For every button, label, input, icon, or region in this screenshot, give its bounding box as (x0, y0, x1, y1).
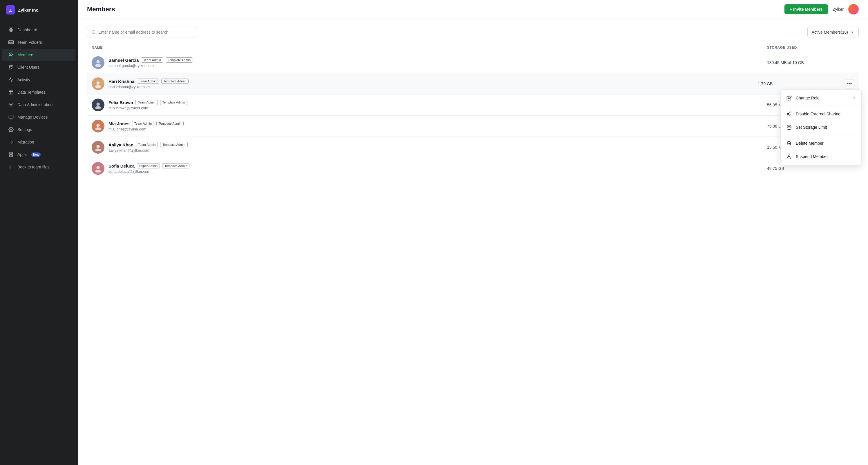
disable-external-sharing-label: Disable External Sharing (796, 111, 840, 116)
sidebar-item-dashboard[interactable]: Dashboard (2, 24, 75, 36)
suspend-member-menu-item[interactable]: Suspend Member (781, 150, 861, 163)
svg-point-26 (92, 30, 95, 34)
sidebar-item-data-templates[interactable]: Data Templates (2, 86, 75, 98)
sidebar-item-migration[interactable]: Migration (2, 136, 75, 148)
member-avatar (92, 141, 104, 154)
svg-point-8 (11, 65, 13, 67)
disable-external-sharing-menu-item[interactable]: Disable External Sharing (781, 107, 861, 121)
sidebar-item-label: Back to team files (18, 165, 50, 169)
filter-button[interactable]: Active Members(18) (807, 27, 859, 37)
sidebar-item-settings[interactable]: Settings (2, 124, 75, 136)
member-email: samuel.garcia@zylker.com (108, 64, 767, 68)
member-name: Mia Jones (108, 121, 130, 126)
search-icon (91, 30, 96, 34)
manage-devices-icon (8, 114, 14, 120)
avatar-image (848, 4, 859, 14)
logo-icon: Z (6, 5, 15, 14)
svg-rect-2 (11, 30, 13, 32)
dashboard-icon (8, 27, 14, 33)
svg-point-28 (96, 60, 99, 64)
member-badge: Team Admin (135, 100, 158, 105)
sidebar-item-apps[interactable]: Apps New (2, 148, 75, 161)
svg-rect-6 (9, 65, 10, 67)
member-badge: Template Admin (166, 57, 193, 63)
member-email: hari.krishna@zylker.com (108, 85, 758, 89)
table-row: Hari Krishna Team Admin Template Admin h… (87, 73, 859, 94)
suspend-icon (786, 153, 792, 160)
svg-rect-3 (9, 30, 10, 32)
sidebar-item-members[interactable]: Members (2, 49, 75, 61)
member-badge: Template Admin (160, 100, 187, 105)
member-info: Sofia Deluca Super Admin Template Admin … (108, 163, 767, 174)
member-avatar (92, 162, 104, 175)
sidebar-item-back-to-team-files[interactable]: Back to team files (2, 161, 75, 173)
svg-point-48 (95, 170, 101, 172)
svg-point-24 (11, 156, 11, 157)
content-area: Active Members(18) NAME STORAGE USED Sam… (78, 19, 868, 465)
change-role-menu-item[interactable]: Change Role (781, 91, 861, 105)
set-storage-limit-menu-item[interactable]: Set Storage Limit (781, 121, 861, 134)
search-input[interactable] (98, 30, 193, 34)
page-title: Members (87, 5, 115, 13)
member-name: Aaliya Khan (108, 142, 133, 147)
member-badge: Template Admin (162, 163, 189, 168)
member-email: aaliya.khan@zylker.com (108, 148, 767, 153)
topbar-right: + Invite Members Zylker (784, 4, 859, 14)
table-row: Sofia Deluca Super Admin Template Admin … (87, 158, 859, 179)
svg-point-41 (96, 103, 99, 106)
new-badge: New (31, 153, 41, 157)
migration-icon (8, 139, 14, 145)
invite-members-button[interactable]: + Invite Members (784, 4, 828, 14)
sharing-icon (786, 111, 792, 117)
member-badge: Template Admin (156, 121, 184, 126)
svg-point-34 (790, 115, 791, 116)
avatar (848, 4, 859, 14)
svg-point-18 (11, 153, 11, 153)
context-menu: Change Role Disable External Sharing (780, 89, 862, 165)
member-email: mia.jones@zylker.com (108, 127, 767, 131)
apps-icon (8, 152, 14, 158)
sidebar-item-team-folders[interactable]: Team Folders (2, 36, 75, 48)
svg-rect-9 (9, 90, 13, 94)
more-options-button[interactable]: ••• (845, 79, 854, 89)
member-info: Samuel Garcia Team Admin Template Admin … (108, 57, 767, 68)
members-icon (8, 52, 14, 58)
change-role-label: Change Role (796, 96, 819, 100)
storage-icon (786, 124, 792, 130)
svg-point-33 (787, 113, 788, 115)
svg-point-46 (95, 148, 101, 151)
sidebar-item-client-users[interactable]: Client Users (2, 61, 75, 73)
svg-line-36 (788, 113, 790, 114)
member-badge: Template Admin (160, 142, 187, 147)
member-badge: Team Admin (137, 78, 159, 84)
team-folders-icon (8, 39, 14, 45)
sidebar-item-label: Members (18, 53, 34, 57)
settings-icon (8, 127, 14, 132)
sidebar-item-data-administration[interactable]: Data Administration (2, 99, 75, 111)
table-row: Felix Brown Team Admin Template Admin fe… (87, 94, 859, 115)
svg-point-42 (95, 106, 101, 109)
member-avatar (92, 120, 104, 132)
svg-rect-0 (9, 28, 10, 29)
member-avatar (92, 56, 104, 69)
svg-point-37 (787, 125, 791, 127)
member-badge: Team Admin (136, 142, 158, 147)
delete-member-label: Delete Member (796, 141, 824, 145)
search-box[interactable] (87, 27, 197, 37)
sidebar-nav: Dashboard Team Folders Members Client Us… (0, 20, 78, 465)
sidebar-item-label: Activity (18, 77, 30, 82)
delete-member-menu-item[interactable]: Delete Member (781, 137, 861, 150)
sidebar-item-label: Dashboard (18, 28, 37, 32)
member-storage: 1.79 GB (758, 81, 845, 86)
svg-rect-13 (9, 115, 13, 118)
menu-divider (781, 106, 861, 106)
sidebar-item-label: Apps (18, 152, 27, 157)
svg-point-21 (11, 154, 11, 155)
member-badge: Team Admin (132, 121, 154, 126)
sidebar-item-label: Settings (18, 127, 32, 132)
sidebar-item-activity[interactable]: Activity (2, 74, 75, 86)
sidebar-item-manage-devices[interactable]: Manage Devices (2, 111, 75, 123)
sidebar-item-label: Data Administration (18, 102, 53, 107)
member-storage: 48.75 GB (767, 166, 854, 171)
svg-point-20 (9, 154, 10, 155)
